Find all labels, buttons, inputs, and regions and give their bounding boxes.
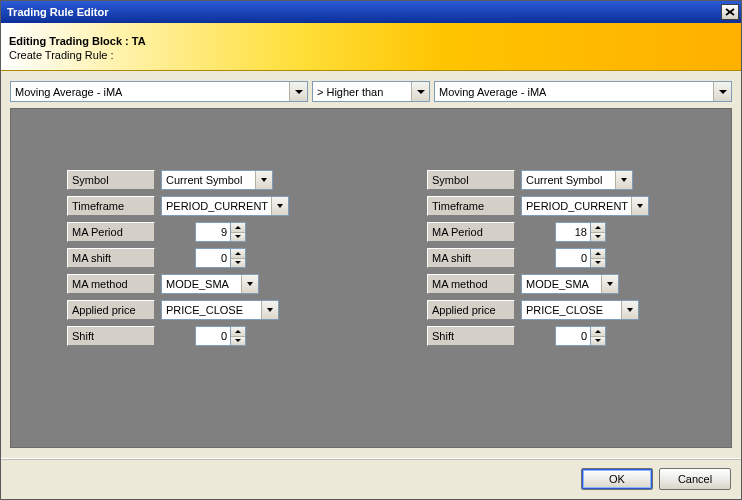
spinner-buttons[interactable] — [231, 222, 246, 242]
right-timeframe-select[interactable]: PERIOD_CURRENT — [521, 196, 649, 216]
left-indicator-select[interactable]: Moving Average - iMA — [10, 81, 308, 102]
rule-expression-row: Moving Average - iMA > Higher than Movin… — [10, 81, 732, 102]
header-band: Editing Trading Block : TA Create Tradin… — [1, 23, 741, 71]
chevron-down-icon — [601, 275, 618, 293]
right-symbol-row: Symbol Current Symbol — [427, 169, 633, 191]
left-ma-shift-row: MA shift 0 — [67, 247, 246, 269]
comparator-select[interactable]: > Higher than — [312, 81, 430, 102]
left-applied-price-value: PRICE_CLOSE — [162, 304, 247, 316]
left-applied-price-row: Applied price PRICE_CLOSE — [67, 299, 279, 321]
chevron-down-icon — [411, 82, 429, 101]
chevron-down-icon — [713, 82, 731, 101]
chevron-up-icon[interactable] — [591, 249, 605, 259]
chevron-down-icon — [241, 275, 258, 293]
chevron-up-icon[interactable] — [231, 223, 245, 233]
right-ma-period-value[interactable]: 18 — [555, 222, 591, 242]
right-applied-price-row: Applied price PRICE_CLOSE — [427, 299, 639, 321]
window-title: Trading Rule Editor — [7, 6, 108, 18]
shift-label: Shift — [427, 326, 515, 346]
ma-period-label: MA Period — [67, 222, 155, 242]
comparator-value: > Higher than — [313, 86, 387, 98]
chevron-down-icon[interactable] — [231, 337, 245, 346]
left-ma-period-stepper[interactable]: 9 — [195, 222, 246, 242]
chevron-up-icon[interactable] — [231, 249, 245, 259]
left-ma-period-value[interactable]: 9 — [195, 222, 231, 242]
left-timeframe-value: PERIOD_CURRENT — [162, 200, 271, 212]
left-ma-method-value: MODE_SMA — [162, 278, 233, 290]
right-timeframe-value: PERIOD_CURRENT — [522, 200, 631, 212]
right-ma-method-value: MODE_SMA — [522, 278, 593, 290]
right-shift-value[interactable]: 0 — [555, 326, 591, 346]
right-ma-period-row: MA Period 18 — [427, 221, 606, 243]
ok-button[interactable]: OK — [581, 468, 653, 490]
spinner-buttons[interactable] — [591, 326, 606, 346]
left-timeframe-select[interactable]: PERIOD_CURRENT — [161, 196, 289, 216]
right-timeframe-row: Timeframe PERIOD_CURRENT — [427, 195, 649, 217]
parameters-panel: Symbol Current Symbol Timeframe PERIOD_C… — [10, 108, 732, 448]
spinner-buttons[interactable] — [591, 248, 606, 268]
chevron-down-icon — [255, 171, 272, 189]
right-symbol-select[interactable]: Current Symbol — [521, 170, 633, 190]
chevron-down-icon[interactable] — [591, 259, 605, 268]
ma-shift-label: MA shift — [427, 248, 515, 268]
right-ma-shift-stepper[interactable]: 0 — [555, 248, 606, 268]
left-timeframe-row: Timeframe PERIOD_CURRENT — [67, 195, 289, 217]
left-ma-period-row: MA Period 9 — [67, 221, 246, 243]
left-parameters: Symbol Current Symbol Timeframe PERIOD_C… — [11, 169, 371, 447]
left-ma-method-select[interactable]: MODE_SMA — [161, 274, 259, 294]
ma-shift-label: MA shift — [67, 248, 155, 268]
chevron-up-icon[interactable] — [591, 223, 605, 233]
left-applied-price-select[interactable]: PRICE_CLOSE — [161, 300, 279, 320]
chevron-down-icon — [615, 171, 632, 189]
spinner-buttons[interactable] — [231, 248, 246, 268]
close-icon — [725, 8, 735, 16]
cancel-button[interactable]: Cancel — [659, 468, 731, 490]
chevron-up-icon[interactable] — [591, 327, 605, 337]
chevron-up-icon[interactable] — [231, 327, 245, 337]
chevron-down-icon — [261, 301, 278, 319]
create-rule-label: Create Trading Rule : — [9, 49, 731, 61]
right-indicator-value: Moving Average - iMA — [435, 86, 550, 98]
ma-method-label: MA method — [67, 274, 155, 294]
chevron-down-icon[interactable] — [591, 233, 605, 242]
right-applied-price-value: PRICE_CLOSE — [522, 304, 607, 316]
right-ma-period-stepper[interactable]: 18 — [555, 222, 606, 242]
applied-price-label: Applied price — [427, 300, 515, 320]
left-shift-stepper[interactable]: 0 — [195, 326, 246, 346]
trading-rule-editor-window: Trading Rule Editor Editing Trading Bloc… — [0, 0, 742, 500]
right-shift-row: Shift 0 — [427, 325, 606, 347]
timeframe-label: Timeframe — [67, 196, 155, 216]
timeframe-label: Timeframe — [427, 196, 515, 216]
spinner-buttons[interactable] — [231, 326, 246, 346]
applied-price-label: Applied price — [67, 300, 155, 320]
left-indicator-value: Moving Average - iMA — [11, 86, 126, 98]
symbol-label: Symbol — [427, 170, 515, 190]
right-applied-price-select[interactable]: PRICE_CLOSE — [521, 300, 639, 320]
close-button[interactable] — [721, 4, 739, 20]
chevron-down-icon[interactable] — [231, 259, 245, 268]
ma-method-label: MA method — [427, 274, 515, 294]
left-shift-row: Shift 0 — [67, 325, 246, 347]
chevron-down-icon — [271, 197, 288, 215]
right-shift-stepper[interactable]: 0 — [555, 326, 606, 346]
chevron-down-icon — [289, 82, 307, 101]
chevron-down-icon[interactable] — [591, 337, 605, 346]
left-symbol-select[interactable]: Current Symbol — [161, 170, 273, 190]
left-symbol-value: Current Symbol — [162, 174, 246, 186]
chevron-down-icon[interactable] — [231, 233, 245, 242]
spinner-buttons[interactable] — [591, 222, 606, 242]
left-ma-method-row: MA method MODE_SMA — [67, 273, 259, 295]
right-symbol-value: Current Symbol — [522, 174, 606, 186]
right-ma-shift-value[interactable]: 0 — [555, 248, 591, 268]
left-shift-value[interactable]: 0 — [195, 326, 231, 346]
left-ma-shift-stepper[interactable]: 0 — [195, 248, 246, 268]
left-ma-shift-value[interactable]: 0 — [195, 248, 231, 268]
right-parameters: Symbol Current Symbol Timeframe PERIOD_C… — [371, 169, 731, 447]
editing-block-title: Editing Trading Block : TA — [9, 35, 731, 47]
shift-label: Shift — [67, 326, 155, 346]
symbol-label: Symbol — [67, 170, 155, 190]
right-ma-method-select[interactable]: MODE_SMA — [521, 274, 619, 294]
right-ma-method-row: MA method MODE_SMA — [427, 273, 619, 295]
right-indicator-select[interactable]: Moving Average - iMA — [434, 81, 732, 102]
right-ma-shift-row: MA shift 0 — [427, 247, 606, 269]
